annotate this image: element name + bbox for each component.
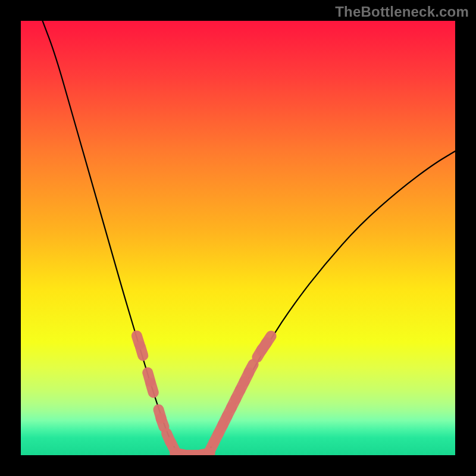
curve-markers [131,330,277,455]
chart-frame: TheBottleneck.com [0,0,476,476]
bottleneck-curve-layer [21,21,455,455]
plot-area [21,21,455,455]
bottleneck-curve [43,21,456,455]
curve-marker [135,341,149,361]
watermark-label: TheBottleneck.com [335,4,469,20]
curve-marker [145,378,159,398]
curve-marker [261,331,277,350]
